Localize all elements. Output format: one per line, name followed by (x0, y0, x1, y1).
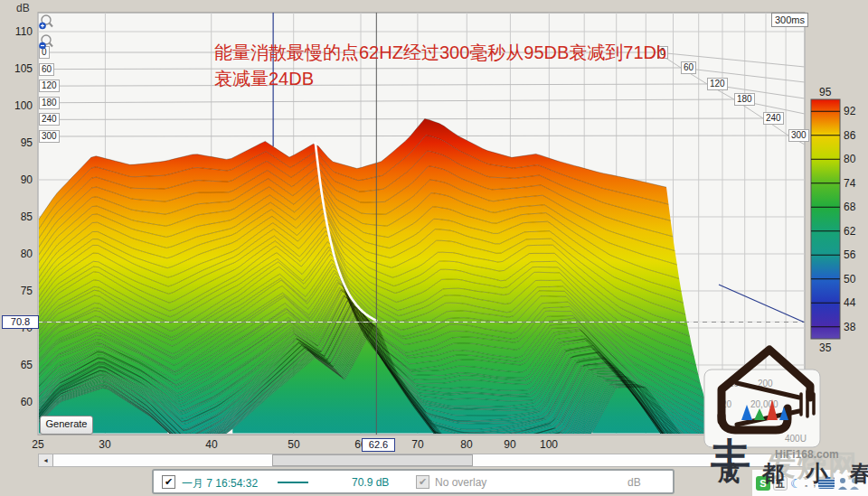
colorbar-tick-label: 50 (844, 273, 855, 285)
app-window: 102002020,000400U dB 能量消散最慢的点62HZ经过300毫秒… (0, 0, 868, 496)
status-bar: ✔ 一月 7 16:54:32 70.9 dB ✔ No overlay dB (152, 469, 675, 494)
cursor-level-box: 70.8 (2, 315, 39, 329)
colorbar-tick-label: 56 (844, 248, 855, 261)
annotation-line2: 衰减量24DB (214, 66, 739, 92)
trace-color-swatch (278, 482, 308, 483)
colorbar-min-label: 35 (819, 342, 831, 354)
x-tick-label: 90 (504, 438, 515, 451)
colorbar-tick-label: 80 (844, 153, 855, 165)
x-tick-label: 30 (99, 438, 110, 451)
time-label-left: 300 (39, 130, 60, 143)
colorbar-tick-label: 68 (844, 201, 855, 213)
scrollbar-thumb[interactable] (272, 454, 473, 466)
x-tick-label: 50 (288, 438, 299, 451)
cursor-freq-box: 62.6 (362, 438, 395, 452)
y-tick-label: 105 (2, 62, 33, 75)
x-tick-label: 100 (540, 438, 558, 451)
horizontal-scrollbar[interactable]: ◂ (38, 454, 804, 467)
y-tick-label: 90 (2, 173, 33, 186)
time-label-left: 60 (39, 63, 54, 76)
time-label-left: 120 (39, 80, 60, 92)
zoom-in-button[interactable] (38, 14, 55, 33)
time-range-badge: 300ms (771, 13, 808, 27)
scrollbar-left-arrow[interactable]: ◂ (39, 454, 53, 466)
y-tick-label: 95 (2, 136, 33, 149)
zoom-out-button[interactable] (38, 33, 55, 52)
trace-checkbox[interactable]: ✔ (162, 475, 175, 489)
colorbar-tick-label: 86 (844, 129, 855, 142)
generate-button[interactable]: Generate (40, 416, 93, 435)
trace-level-value: 70.9 dB (352, 476, 389, 489)
trace-name: 一月 7 16:54:32 (182, 476, 258, 491)
status-unit-label: dB (627, 476, 641, 489)
time-label-right: 240 (763, 112, 784, 125)
time-label-left: 240 (39, 113, 60, 126)
colorbar-max-label: 95 (819, 86, 831, 98)
time-label-right: 180 (734, 93, 755, 106)
colorbar (811, 99, 840, 339)
x-tick-label: 25 (32, 438, 43, 451)
x-tick-label: 40 (205, 438, 217, 451)
y-axis-unit-label: dB (16, 2, 30, 14)
y-tick-label: 65 (2, 359, 33, 371)
overlay-label: No overlay (435, 476, 486, 489)
colorbar-tick-label: 62 (844, 225, 855, 238)
time-label-right: 300 (788, 129, 809, 142)
watermark-name-text: 成 都 小 春 (718, 459, 868, 488)
annotation-line1: 能量消散最慢的点62HZ经过300毫秒从95DB衰减到71Db (214, 40, 739, 66)
annotation-text: 能量消散最慢的点62HZ经过300毫秒从95DB衰减到71Db 衰减量24DB (214, 40, 739, 92)
y-tick-label: 60 (2, 396, 33, 408)
zoom-in-icon (38, 14, 55, 33)
y-tick-label: 100 (2, 99, 33, 112)
svg-text:400U: 400U (785, 434, 807, 444)
y-tick-label: 80 (2, 248, 33, 260)
y-tick-label: 85 (2, 211, 33, 223)
x-tick-label: 70 (411, 438, 423, 451)
x-tick-label: 80 (460, 438, 472, 451)
y-tick-label: 75 (2, 285, 33, 297)
colorbar-tick-label: 92 (844, 105, 855, 117)
y-tick-label: 110 (2, 25, 33, 38)
colorbar-tick-label: 74 (844, 177, 855, 190)
time-label-left: 180 (39, 97, 60, 109)
zoom-out-icon (38, 33, 55, 52)
overlay-checkbox[interactable]: ✔ (416, 475, 429, 489)
colorbar-tick-label: 38 (844, 321, 855, 333)
colorbar-tick-label: 44 (844, 296, 855, 309)
